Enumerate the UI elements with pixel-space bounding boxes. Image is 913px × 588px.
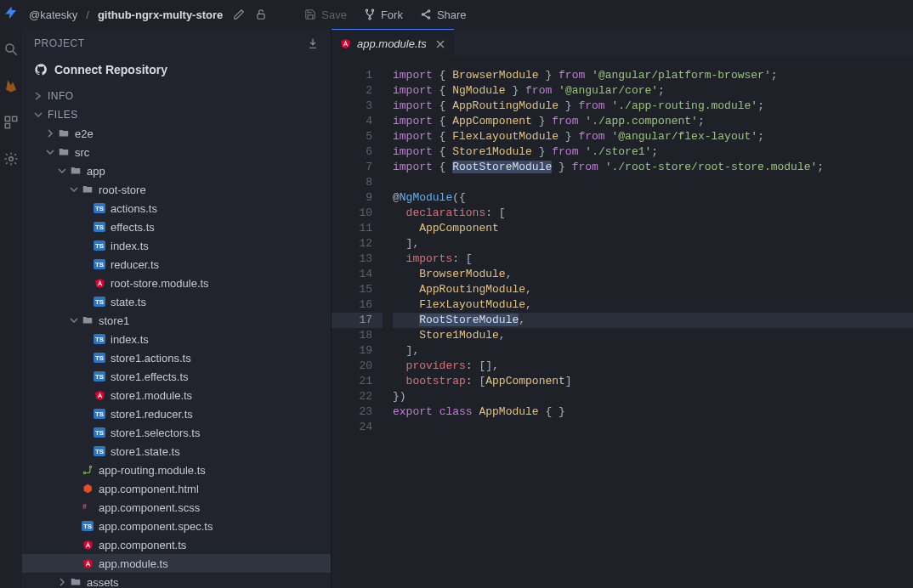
file-row[interactable]: TSstore1.selectors.ts <box>22 423 331 442</box>
folder-icon <box>58 146 70 158</box>
svg-point-16 <box>89 466 91 467</box>
svg-text:#: # <box>82 503 87 511</box>
tree-item-label: app <box>87 165 105 178</box>
folder-row[interactable]: e2e <box>22 124 331 143</box>
activity-settings-icon[interactable] <box>3 151 19 169</box>
activity-search-icon[interactable] <box>3 42 19 59</box>
tree-item-label: app.component.html <box>99 483 199 495</box>
activity-ports-icon[interactable] <box>3 115 19 133</box>
file-row[interactable]: TSstore1.actions.ts <box>22 348 331 367</box>
tree-item-label: assets <box>87 576 119 589</box>
ts-icon: TS <box>94 352 105 364</box>
edit-icon[interactable] <box>233 8 245 20</box>
breadcrumb-separator: / <box>84 8 91 21</box>
tree-item-label: app.component.scss <box>99 501 200 514</box>
file-row[interactable]: app.component.ts <box>22 535 331 554</box>
file-row[interactable]: ⬢app.component.html <box>22 479 331 498</box>
activity-stackblitz-icon[interactable] <box>3 5 19 23</box>
file-row[interactable]: TSstore1.state.ts <box>22 442 331 461</box>
topbar: @katesky / github-ngrx-multy-store Save … <box>22 0 913 29</box>
file-row[interactable]: app-routing.module.ts <box>22 461 331 479</box>
tree-item-label: app-routing.module.ts <box>99 464 206 477</box>
ts-icon: TS <box>94 221 105 233</box>
tree-item-label: root-store <box>99 184 146 196</box>
file-row[interactable]: TSeffects.ts <box>22 218 331 236</box>
folder-row[interactable]: root-store <box>22 180 331 199</box>
tree-item-label: store1.module.ts <box>111 389 192 402</box>
project-name[interactable]: github-ngrx-multy-store <box>98 8 223 21</box>
file-row[interactable]: TSindex.ts <box>22 236 331 255</box>
share-button[interactable]: Share <box>415 5 472 25</box>
code-area[interactable]: 123456789101112131415161718192021222324 … <box>332 58 913 588</box>
file-row[interactable]: TSstore1.reducer.ts <box>22 404 331 423</box>
tree-item-label: index.ts <box>111 333 149 346</box>
tree-item-label: reducer.ts <box>111 258 159 271</box>
folder-row[interactable]: assets <box>22 573 331 588</box>
tree-item-label: store1.actions.ts <box>111 352 191 365</box>
file-row[interactable]: TSactions.ts <box>22 199 331 218</box>
line-gutter: 123456789101112131415161718192021222324 <box>332 58 383 588</box>
svg-rect-2 <box>5 116 9 121</box>
angular-icon <box>94 389 105 401</box>
file-row[interactable]: root-store.module.ts <box>22 274 331 292</box>
file-row[interactable]: TSstate.ts <box>22 292 331 311</box>
file-tree: e2esrcapproot-storeTSactions.tsTSeffects… <box>22 124 331 588</box>
project-header: PROJECT <box>22 29 331 56</box>
angular-icon <box>340 38 352 50</box>
fork-button[interactable]: Fork <box>359 5 408 25</box>
tab-filename: app.module.ts <box>357 37 427 50</box>
tree-item-label: app.module.ts <box>99 557 168 570</box>
route-icon <box>82 464 94 476</box>
file-row[interactable]: TSstore1.effects.ts <box>22 367 331 386</box>
ts-icon: TS <box>94 427 105 438</box>
folder-row[interactable]: src <box>22 143 331 161</box>
angular-icon <box>82 557 94 569</box>
editor: app.module.ts 12345678910111213141516171… <box>332 29 913 588</box>
ts-icon: TS <box>94 258 105 270</box>
html-icon: ⬢ <box>82 483 94 495</box>
tabbar: app.module.ts <box>332 29 913 58</box>
svg-rect-4 <box>5 124 9 128</box>
file-row[interactable]: TSapp.component.spec.ts <box>22 517 331 535</box>
ts-icon: TS <box>94 445 105 457</box>
file-row[interactable]: app.module.ts <box>22 554 331 573</box>
folder-icon <box>58 127 70 139</box>
svg-point-15 <box>83 472 85 473</box>
tree-item-label: store1.reducer.ts <box>111 408 193 421</box>
folder-row[interactable]: store1 <box>22 311 331 330</box>
angular-icon <box>82 539 94 551</box>
svg-point-0 <box>6 44 14 52</box>
file-row[interactable]: #app.component.scss <box>22 498 331 517</box>
save-button[interactable]: Save <box>299 5 352 25</box>
tab-app-module[interactable]: app.module.ts <box>332 29 454 58</box>
ts-icon: TS <box>94 333 105 345</box>
section-info[interactable]: INFO <box>22 87 331 105</box>
activity-bar <box>0 0 22 588</box>
ts-icon: TS <box>94 296 105 308</box>
svg-point-5 <box>9 157 14 161</box>
tree-item-label: root-store.module.ts <box>111 277 209 290</box>
tree-item-label: store1.effects.ts <box>111 370 189 383</box>
connect-repository-button[interactable]: Connect Repository <box>22 56 331 87</box>
tree-item-label: app.component.spec.ts <box>99 520 213 533</box>
section-files[interactable]: FILES <box>22 105 331 124</box>
tree-item-label: effects.ts <box>111 221 155 234</box>
owner-label[interactable]: @katesky <box>29 8 77 21</box>
folder-icon <box>82 314 94 326</box>
file-row[interactable]: TSreducer.ts <box>22 255 331 274</box>
download-icon[interactable] <box>307 37 319 49</box>
code-content[interactable]: import { BrowserModule } from '@angular/… <box>383 58 913 588</box>
scss-icon: # <box>82 501 94 513</box>
activity-firebase-icon[interactable] <box>3 78 19 96</box>
file-row[interactable]: TSindex.ts <box>22 330 331 348</box>
file-row[interactable]: store1.module.ts <box>22 386 331 404</box>
ts-icon: TS <box>94 202 105 214</box>
tree-item-label: app.component.ts <box>99 539 186 551</box>
folder-icon <box>82 184 94 195</box>
svg-line-1 <box>13 51 17 55</box>
folder-row[interactable]: app <box>22 161 331 180</box>
svg-line-14 <box>424 15 428 18</box>
close-icon[interactable] <box>435 39 445 49</box>
folder-icon <box>70 165 82 177</box>
lock-open-icon[interactable] <box>255 8 267 20</box>
